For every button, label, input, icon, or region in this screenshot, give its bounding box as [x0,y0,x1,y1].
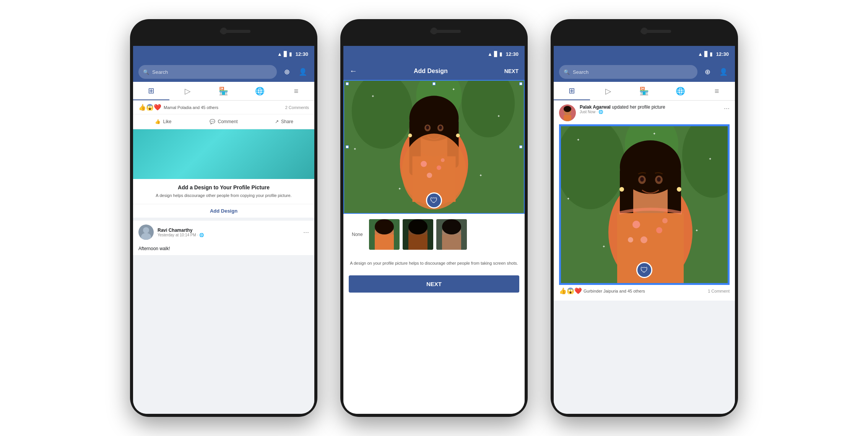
svg-point-16 [143,227,149,233]
svg-point-77 [677,187,681,192]
wifi-icon-1: ▲ [277,51,282,57]
tab-newsfeed-3[interactable]: ⊞ [554,82,590,100]
search-bar-1[interactable]: 🔍 Search [138,65,277,79]
design-content: ✦ ✦ ✦ ✦ ✦ ✦ 🛡 [343,80,525,414]
comments-count-1: 2 Comments [285,105,309,110]
feature-desc: A design helps discourage other people f… [138,193,309,198]
tab-marketplace-1[interactable]: 🏪 [206,82,242,100]
svg-rect-51 [442,234,461,250]
comment-btn-1[interactable]: 💬 Comment [193,114,254,129]
svg-point-39 [456,133,460,137]
fb-navbar-1: 🔍 Search ⊕ 👤 [133,62,314,82]
svg-point-42 [375,219,394,234]
search-icon-1: 🔍 [143,69,149,75]
tab-menu-3[interactable]: ≡ [699,82,735,100]
reaction-emojis-1: 👍😱❤️ [138,104,161,111]
ravi-time: Yesterday at 10:14 PM · 🌐 [158,233,299,237]
add-design-next-btn[interactable]: NEXT [504,68,519,74]
time-3: 12:30 [716,51,729,57]
friends-icon-1[interactable]: 👤 [297,66,309,78]
svg-point-37 [441,158,445,162]
design-option-1[interactable] [369,219,400,250]
svg-point-54 [564,106,571,112]
palak-post: Palak Agarwal updated her profile pictur… [554,101,735,301]
battery-icon-3: ▮ [710,51,712,57]
phone-speaker-2 [430,30,461,33]
like-btn-1[interactable]: 👍 Like [133,114,193,129]
ravi-more-icon[interactable]: ··· [303,228,309,236]
reactions-left: 👍😱❤️ Gurbinder Jaipuria and 45 others [559,287,645,294]
reactions-text-1: Mamal Poladia and 45 others [164,105,285,110]
wifi-icon-2: ▲ [488,51,493,57]
battery-icon-1: ▮ [289,51,292,57]
shield-overlay: 🛡 [426,192,442,208]
design-option-3[interactable] [436,219,467,250]
banner-bg [133,129,314,179]
svg-point-76 [619,187,624,192]
feed-1: 👍😱❤️ Mamal Poladia and 45 others 2 Comme… [133,101,314,414]
tab-globe-1[interactable]: 🌐 [242,82,278,100]
svg-rect-47 [408,234,427,250]
ravi-avatar [138,225,154,240]
palak-meta: Palak Agarwal updated her profile pictur… [580,104,720,114]
svg-point-68 [640,177,644,182]
back-arrow-btn[interactable]: ← [349,67,357,75]
ravi-post-header: Ravi Chamarthy Yesterday at 10:14 PM · 🌐… [133,221,314,244]
ravi-post: Ravi Chamarthy Yesterday at 10:14 PM · 🌐… [133,221,314,255]
tab-video-3[interactable]: ▷ [590,82,626,100]
action-buttons-1: 👍 Like 💬 Comment ↗ Share [133,114,314,129]
tab-marketplace-3[interactable]: 🏪 [626,82,663,100]
status-bar-1: ▲ ▊ ▮ 12:30 [133,46,314,62]
status-icons-1: ▲ ▊ ▮ 12:30 [277,51,308,57]
svg-point-30 [426,125,429,129]
search-bar-3[interactable]: 🔍 Search [559,65,697,79]
profile-preview: ✦ ✦ ✦ ✦ ✦ ✦ 🛡 [343,80,525,214]
palak-more-icon[interactable]: ··· [724,104,730,112]
svg-point-73 [640,236,647,243]
battery-icon-2: ▮ [499,51,502,57]
phone-1-screen: ▲ ▊ ▮ 12:30 🔍 Search ⊕ 👤 ⊞ ▷ 🏪 [133,46,314,414]
messenger-icon-1[interactable]: ⊕ [281,66,293,78]
tab-video-1[interactable]: ▷ [169,82,206,100]
design-option-2[interactable] [403,219,433,250]
phone-3-screen: ▲ ▊ ▮ 12:30 🔍 Search ⊕ 👤 ⊞ ▷ 🏪 [554,46,735,414]
messenger-icon-3[interactable]: ⊕ [701,66,714,78]
search-icon-3: 🔍 [564,69,570,75]
svg-point-35 [437,166,441,170]
feature-title: Add a Design to Your Profile Picture [138,184,309,190]
wifi-icon-3: ▲ [698,51,703,57]
share-btn-1[interactable]: ↗ Share [254,114,314,129]
palak-name: Palak Agarwal updated her profile pictur… [580,104,720,110]
reactions-text-3: Gurbinder Jaipuria and 45 others [584,289,645,293]
svg-point-31 [439,125,442,129]
tab-menu-1[interactable]: ≡ [278,82,314,100]
svg-point-71 [632,221,640,228]
option-none[interactable]: None [349,229,366,240]
palak-photo: ✦ ✦ ✦ ✦ ✦ ✦ 🛡 [559,124,730,285]
tab-newsfeed-1[interactable]: ⊞ [133,82,169,100]
scene: ▲ ▊ ▮ 12:30 🔍 Search ⊕ 👤 ⊞ ▷ 🏪 [0,0,868,436]
status-icons-2: ▲ ▊ ▮ 12:30 [488,51,519,57]
add-design-btn[interactable]: Add Design [133,204,314,218]
signal-icon-2: ▊ [494,51,498,57]
next-button[interactable]: NEXT [349,275,519,293]
resize-ml [346,145,349,148]
status-bar-2: ▲ ▊ ▮ 12:30 [343,46,525,62]
friends-icon-3[interactable]: 👤 [717,66,730,78]
signal-icon-1: ▊ [284,51,288,57]
palak-avatar [559,104,576,121]
feature-banner: f 🛡 ❤️ [133,129,314,179]
svg-point-74 [662,218,668,223]
phone-2-screen: ▲ ▊ ▮ 12:30 ← Add Design NEXT [343,46,525,414]
palak-time: Just Now · 🌐 [580,110,720,114]
tab-globe-3[interactable]: 🌐 [662,82,699,100]
svg-point-72 [656,227,662,233]
comments-count-3: 1 Comment [708,289,730,293]
svg-point-75 [628,237,633,242]
phone-3: ▲ ▊ ▮ 12:30 🔍 Search ⊕ 👤 ⊞ ▷ 🏪 [551,19,738,417]
fb-navbar-3: 🔍 Search ⊕ 👤 [554,62,735,82]
search-text-1: Search [152,69,168,75]
fb-tabs-1: ⊞ ▷ 🏪 🌐 ≡ [133,82,314,101]
shield-overlay-3: 🛡 [636,262,652,278]
ravi-name: Ravi Chamarthy [158,228,299,233]
